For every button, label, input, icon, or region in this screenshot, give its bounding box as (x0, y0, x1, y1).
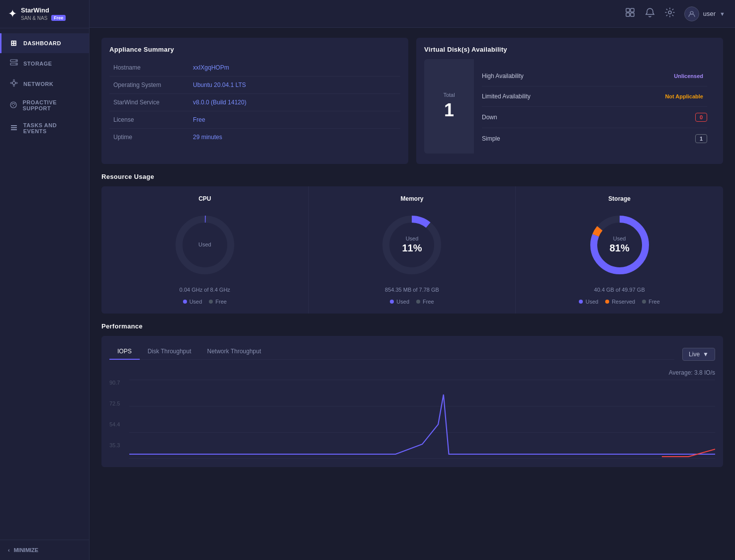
memory-legend: Used Free (390, 299, 434, 305)
svg-point-4 (12, 81, 15, 84)
cpu-panel: CPU Used 0.04 GHz of 8.4 GHz (101, 186, 309, 314)
cpu-center: Used (198, 241, 211, 248)
appliance-uptime-label: Uptime (109, 129, 189, 146)
storage-icon (9, 59, 18, 68)
svg-rect-20 (626, 13, 630, 16)
free-dot (416, 300, 420, 304)
vdisk-ha-value: Unlicensed (670, 72, 707, 80)
legend-reserved: Reserved (605, 299, 635, 305)
tab-iops[interactable]: IOPS (109, 344, 140, 360)
appliance-license-value: Free (189, 111, 400, 129)
sidebar-item-label: TASKS AND EVENTS (23, 122, 81, 134)
minimize-button[interactable]: ‹ MINIMIZE (0, 540, 89, 560)
live-button[interactable]: Live ▼ (682, 348, 715, 361)
perf-tabs: IOPS Disk Throughput Network Throughput (109, 344, 674, 360)
tasks-icon (9, 124, 18, 133)
y-label-2: 72.5 (109, 400, 127, 406)
vdisk-la-value: Not Applicable (661, 92, 707, 100)
chevron-left-icon: ‹ (8, 547, 10, 553)
minimize-label: MINIMIZE (14, 547, 39, 553)
storage-value: 81% (610, 242, 630, 254)
vdisk-row-down: Down 0 (482, 107, 707, 128)
svg-point-7 (10, 82, 12, 84)
vdisk-la-label: Limited Availability (482, 93, 531, 100)
vdisk-down-label: Down (482, 114, 497, 121)
vdisk-total-value: 1 (444, 100, 454, 121)
svg-point-2 (16, 60, 17, 61)
logo-badge: Free (51, 15, 66, 21)
tab-network-throughput[interactable]: Network Throughput (199, 344, 270, 360)
storage-panel: Storage Used 81% 40.4 GB of (516, 186, 723, 314)
sidebar-item-proactive-support[interactable]: PROACTIVE SUPPORT (0, 94, 89, 117)
table-row: StarWind Service v8.0.0 (Build 14120) (109, 94, 400, 111)
vdisk-simple-label: Simple (482, 135, 500, 142)
legend-free: Free (642, 299, 660, 305)
dashboard-icon: ⊞ (9, 39, 18, 48)
reserved-label: Reserved (612, 299, 635, 305)
proactive-support-icon (9, 101, 17, 110)
storage-donut: Used 81% (585, 210, 654, 280)
performance-card: IOPS Disk Throughput Network Throughput … (101, 336, 723, 467)
table-row: Hostname xxIXgqHOPm (109, 59, 400, 77)
free-dot (209, 300, 213, 304)
bell-icon[interactable] (644, 7, 655, 20)
topbar: user ▼ (90, 0, 735, 28)
appliance-license-label: License (109, 111, 189, 129)
vdisk-simple-value: 1 (695, 134, 707, 143)
svg-rect-17 (11, 129, 17, 130)
performance-section: Performance IOPS Disk Throughput Network… (101, 322, 723, 467)
sidebar: ✦ StarWind SAN & NAS Free ⊞ DASHBOARD (0, 0, 90, 560)
storage-title: Storage (608, 195, 631, 202)
table-row: License Free (109, 111, 400, 129)
appliance-title: Appliance Summary (109, 46, 400, 53)
storage-center: Used 81% (610, 236, 630, 254)
vdisk-down-value: 0 (695, 113, 707, 122)
appliance-service-value: v8.0.0 (Build 14120) (189, 94, 400, 111)
svg-rect-21 (631, 13, 634, 16)
memory-value: 11% (402, 242, 422, 254)
sidebar-item-label: PROACTIVE SUPPORT (22, 99, 81, 111)
appliance-os-label: Operating System (109, 77, 189, 94)
sidebar-item-network[interactable]: NETWORK (0, 74, 89, 94)
free-label: Free (215, 299, 227, 305)
cpu-title: CPU (198, 195, 211, 202)
sidebar-item-tasks-events[interactable]: TASKS AND EVENTS (0, 117, 89, 140)
used-label: Used (396, 299, 409, 305)
svg-point-8 (16, 82, 17, 84)
svg-point-14 (13, 105, 14, 106)
table-row: Uptime 29 minutes (109, 129, 400, 146)
appliance-hostname-label: Hostname (109, 59, 189, 77)
logo-sub: SAN & NAS (21, 15, 47, 21)
live-label: Live (689, 351, 700, 358)
vdisk-row-ha: High Availability Unlicensed (482, 66, 707, 86)
memory-title: Memory (400, 195, 423, 202)
user-chevron-icon: ▼ (720, 11, 725, 17)
resource-section: Resource Usage CPU Used (101, 173, 723, 314)
chart-canvas (129, 380, 715, 459)
gear-icon[interactable] (664, 7, 675, 20)
table-row: Operating System Ubuntu 20.04.1 LTS (109, 77, 400, 94)
svg-point-3 (16, 64, 17, 65)
main-area: user ▼ Appliance Summary Hostname xxIXgq… (90, 0, 735, 560)
dashboard-content: Appliance Summary Hostname xxIXgqHOPm Op… (90, 28, 735, 560)
grid-icon[interactable] (625, 7, 636, 20)
legend-free: Free (416, 299, 434, 305)
tab-disk-throughput[interactable]: Disk Throughput (140, 344, 199, 360)
sidebar-item-storage[interactable]: STORAGE (0, 53, 89, 74)
sidebar-item-label: DASHBOARD (23, 40, 61, 46)
chart-y-labels: 90.7 72.5 54.4 35.3 (109, 380, 127, 449)
legend-free: Free (209, 299, 227, 305)
svg-point-5 (13, 80, 15, 81)
legend-used: Used (579, 299, 598, 305)
network-icon (9, 79, 18, 88)
vdisk-card: Virtual Disk(s) Availability Total 1 Hig… (416, 38, 723, 164)
vdisk-list: High Availability Unlicensed Limited Ava… (474, 59, 715, 154)
svg-rect-16 (11, 127, 17, 128)
cpu-donut: Used (170, 210, 240, 280)
live-chevron-icon: ▼ (703, 351, 709, 358)
sidebar-item-dashboard[interactable]: ⊞ DASHBOARD (0, 33, 89, 53)
vdisk-ha-label: High Availability (482, 73, 524, 80)
svg-rect-18 (626, 8, 630, 12)
user-menu[interactable]: user ▼ (684, 6, 725, 21)
top-section: Appliance Summary Hostname xxIXgqHOPm Op… (101, 38, 723, 164)
